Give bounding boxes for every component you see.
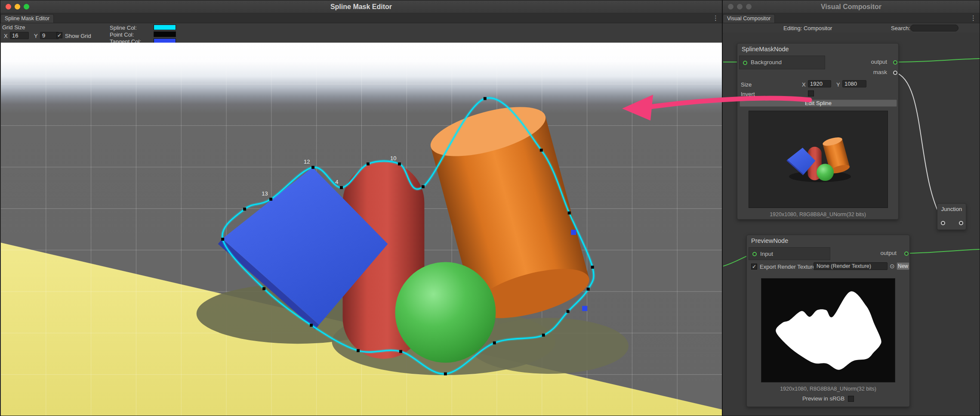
- spline-control-point[interactable]: [540, 149, 543, 152]
- preview-caption: 1920x1080, R8G8B8A8_UNorm(32 bits): [737, 211, 898, 217]
- right-tabbar: Visual Compositor ⋮: [723, 13, 980, 23]
- wire-mask-to-junction[interactable]: [895, 72, 943, 220]
- minimize-window-icon[interactable]: [15, 4, 20, 9]
- spline-control-point[interactable]: [357, 349, 360, 352]
- visual-compositor-window: Visual Compositor Visual Compositor ⋮ Ed…: [722, 0, 980, 416]
- port-row-background[interactable]: Background: [739, 56, 825, 69]
- new-button[interactable]: New: [897, 262, 909, 270]
- spline-control-point[interactable]: [367, 162, 370, 165]
- tab-visual-compositor[interactable]: Visual Compositor: [723, 14, 775, 23]
- port-background-icon[interactable]: [743, 61, 747, 65]
- wire-output-right[interactable]: [895, 59, 980, 62]
- grid-y-label: Y: [34, 33, 38, 39]
- point-color-swatch[interactable]: [154, 31, 176, 37]
- wire-preview-output-right[interactable]: [906, 249, 980, 253]
- spline-col-label: Spline Col:: [110, 25, 137, 31]
- port-output-label: output: [880, 250, 897, 256]
- spline-node-preview: [749, 111, 888, 208]
- spline-control-point[interactable]: [568, 211, 571, 214]
- tangent-handle[interactable]: [582, 306, 587, 311]
- spline-control-point[interactable]: [591, 266, 594, 269]
- mask-preview-image: [761, 279, 895, 382]
- junction-port-out-icon[interactable]: [959, 221, 963, 225]
- invert-checkbox[interactable]: [808, 90, 814, 96]
- port-input-icon[interactable]: [752, 252, 757, 256]
- spline-control-point[interactable]: [269, 198, 272, 201]
- close-window-icon[interactable]: [6, 4, 11, 9]
- port-output-icon[interactable]: [893, 60, 897, 65]
- node-spline-mask[interactable]: SplineMaskNode Background output mask Si…: [737, 43, 899, 220]
- junction-port-in-icon[interactable]: [941, 221, 945, 225]
- spline-control-point[interactable]: [398, 162, 401, 165]
- scene-viewport[interactable]: 1312410: [1, 43, 722, 416]
- show-grid-label: Show Grid: [65, 33, 91, 39]
- size-x-input[interactable]: [808, 80, 831, 87]
- spline-control-point[interactable]: [310, 324, 313, 327]
- window-menu-icon[interactable]: ⋮: [712, 14, 719, 22]
- invert-label: Invert: [741, 91, 755, 97]
- spline-control-point[interactable]: [444, 373, 447, 376]
- spline-control-point[interactable]: [262, 287, 265, 290]
- node-preview[interactable]: PreviewNode Input output Export Render T…: [746, 235, 910, 407]
- tab-spline-mask-editor[interactable]: Spline Mask Editor: [0, 14, 54, 23]
- minimize-window-icon[interactable]: [737, 4, 743, 9]
- preview-srgb-checkbox[interactable]: [848, 396, 854, 402]
- spline-color-swatch[interactable]: [154, 25, 176, 30]
- spline-control-point[interactable]: [567, 310, 570, 313]
- editing-label: Editing: Compositor: [783, 25, 832, 31]
- spline-control-point[interactable]: [587, 288, 590, 291]
- size-x-label: X: [802, 81, 806, 88]
- search-label: Search:: [891, 25, 910, 31]
- scene-preview-image: [749, 111, 888, 208]
- zoom-window-icon[interactable]: [24, 4, 29, 9]
- right-titlebar: Visual Compositor: [723, 0, 980, 13]
- grid-x-label: X: [4, 33, 8, 39]
- spline-control-point[interactable]: [422, 185, 425, 188]
- spline-control-point[interactable]: [340, 186, 343, 189]
- node-title[interactable]: SplineMaskNode: [742, 46, 789, 53]
- node-junction[interactable]: Junction: [937, 203, 966, 230]
- port-output-label: output: [871, 59, 887, 65]
- spline-point-index-label: 13: [262, 190, 268, 197]
- srgb-row: Preview in sRGB: [747, 395, 909, 402]
- size-y-input[interactable]: [842, 80, 866, 87]
- port-mask-label: mask: [873, 69, 887, 75]
- zoom-window-icon[interactable]: [746, 4, 752, 9]
- node-title[interactable]: PreviewNode: [751, 237, 788, 244]
- spline-control-point[interactable]: [493, 341, 496, 345]
- search-input[interactable]: [910, 25, 958, 31]
- spline-point-index-label: 4: [335, 179, 338, 185]
- spline-control-point[interactable]: [542, 334, 545, 337]
- port-row-input[interactable]: Input: [749, 247, 830, 260]
- window-title: Spline Mask Editor: [330, 0, 392, 13]
- spline-control-point[interactable]: [484, 97, 487, 100]
- export-render-texture-checkbox[interactable]: [751, 264, 757, 270]
- spline-editor-toolbar: Grid Size X Y Show Grid Spline Col: Poin…: [0, 23, 722, 44]
- port-output-icon[interactable]: [904, 251, 909, 256]
- spline-control-point[interactable]: [221, 238, 224, 241]
- port-input-label: Input: [760, 251, 773, 257]
- window-controls: [6, 4, 29, 9]
- spline-mask-editor-window: Spline Mask Editor Spline Mask Editor ⋮ …: [0, 0, 722, 416]
- window-controls: [728, 4, 752, 9]
- export-render-texture-label: Export Render Texture: [760, 264, 816, 270]
- show-grid-checkbox[interactable]: [56, 32, 62, 38]
- left-titlebar: Spline Mask Editor: [0, 0, 722, 13]
- object-picker-icon[interactable]: ⊙: [890, 263, 895, 270]
- edit-spline-button[interactable]: Edit Spline: [740, 99, 897, 107]
- node-graph-canvas[interactable]: SplineMaskNode Background output mask Si…: [723, 33, 980, 416]
- grid-x-input[interactable]: [10, 32, 29, 39]
- spline-control-point[interactable]: [243, 208, 246, 211]
- port-background-label: Background: [751, 59, 782, 65]
- left-tabbar: Spline Mask Editor ⋮: [0, 13, 722, 23]
- preview-caption: 1920x1080, R8G8B8A8_UNorm(32 bits): [747, 386, 909, 392]
- node-title[interactable]: Junction: [937, 206, 966, 212]
- tangent-handle[interactable]: [571, 230, 576, 235]
- window-menu-icon[interactable]: ⋮: [970, 14, 977, 22]
- port-mask-icon[interactable]: [893, 71, 897, 75]
- close-window-icon[interactable]: [728, 4, 733, 9]
- render-texture-field[interactable]: None (Render Texture): [814, 262, 888, 270]
- spline-control-point[interactable]: [311, 166, 314, 169]
- mask-preview: [761, 278, 895, 382]
- spline-control-point[interactable]: [399, 350, 402, 353]
